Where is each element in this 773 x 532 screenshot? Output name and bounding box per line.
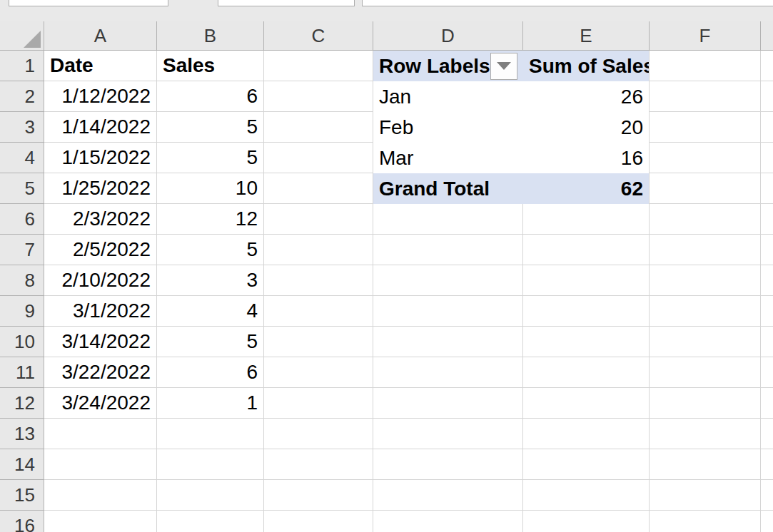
row-header-9[interactable]: 9 (0, 296, 44, 327)
cell-G8[interactable] (761, 265, 773, 296)
cell-D6[interactable] (373, 204, 523, 235)
cell-E14[interactable] (523, 449, 650, 480)
cell-D5[interactable]: Grand Total (373, 173, 523, 204)
cell-D12[interactable] (373, 388, 523, 419)
cell-E8[interactable] (523, 265, 650, 296)
cell-B15[interactable] (157, 480, 264, 511)
cell-C5[interactable] (264, 173, 373, 204)
cell-F11[interactable] (650, 357, 761, 388)
cell-A13[interactable] (44, 419, 157, 449)
row-header-12[interactable]: 12 (0, 388, 44, 419)
cell-A6[interactable]: 2/3/2022 (44, 204, 157, 235)
select-all-corner[interactable] (0, 21, 44, 51)
column-header-F[interactable]: F (650, 21, 761, 51)
column-header-E[interactable]: E (523, 21, 650, 51)
cell-E5[interactable]: 62 (523, 173, 650, 204)
cell-D1[interactable]: Row Labels (373, 51, 523, 81)
cell-G5[interactable] (761, 173, 773, 204)
row-header-10[interactable]: 10 (0, 327, 44, 357)
cell-F6[interactable] (650, 204, 761, 235)
cell-B12[interactable]: 1 (157, 388, 264, 419)
row-header-13[interactable]: 13 (0, 419, 44, 449)
cell-E3[interactable]: 20 (523, 112, 650, 143)
cell-C14[interactable] (264, 449, 373, 480)
cell-D8[interactable] (373, 265, 523, 296)
cell-E9[interactable] (523, 296, 650, 327)
cell-D7[interactable] (373, 235, 523, 265)
row-header-3[interactable]: 3 (0, 112, 44, 143)
cell-C7[interactable] (264, 235, 373, 265)
cell-C6[interactable] (264, 204, 373, 235)
cell-C10[interactable] (264, 327, 373, 357)
cell-D11[interactable] (373, 357, 523, 388)
filter-dropdown-button[interactable] (490, 53, 517, 80)
cell-F3[interactable] (650, 112, 761, 143)
row-header-5[interactable]: 5 (0, 173, 44, 204)
cell-G6[interactable] (761, 204, 773, 235)
cell-F14[interactable] (650, 449, 761, 480)
cell-B14[interactable] (157, 449, 264, 480)
cell-F12[interactable] (650, 388, 761, 419)
cell-E11[interactable] (523, 357, 650, 388)
cell-D14[interactable] (373, 449, 523, 480)
row-header-8[interactable]: 8 (0, 265, 44, 296)
cell-C13[interactable] (264, 419, 373, 449)
cell-G12[interactable] (761, 388, 773, 419)
column-header-D[interactable]: D (373, 21, 523, 51)
cell-F4[interactable] (650, 143, 761, 173)
row-header-7[interactable]: 7 (0, 235, 44, 265)
cell-D10[interactable] (373, 327, 523, 357)
column-header-partial[interactable] (761, 21, 773, 51)
cell-B5[interactable]: 10 (157, 173, 264, 204)
cell-C8[interactable] (264, 265, 373, 296)
cell-A9[interactable]: 3/1/2022 (44, 296, 157, 327)
cell-F8[interactable] (650, 265, 761, 296)
row-header-2[interactable]: 2 (0, 81, 44, 112)
row-header-16[interactable]: 16 (0, 511, 44, 532)
row-header-11[interactable]: 11 (0, 357, 44, 388)
cell-E13[interactable] (523, 419, 650, 449)
cell-E12[interactable] (523, 388, 650, 419)
cell-B11[interactable]: 6 (157, 357, 264, 388)
cell-G11[interactable] (761, 357, 773, 388)
cell-A5[interactable]: 1/25/2022 (44, 173, 157, 204)
cell-D2[interactable]: Jan (373, 81, 523, 112)
cell-B3[interactable]: 5 (157, 112, 264, 143)
cell-D13[interactable] (373, 419, 523, 449)
row-header-14[interactable]: 14 (0, 449, 44, 480)
cell-G2[interactable] (761, 81, 773, 112)
cell-B8[interactable]: 3 (157, 265, 264, 296)
cell-G10[interactable] (761, 327, 773, 357)
cell-G9[interactable] (761, 296, 773, 327)
column-header-B[interactable]: B (157, 21, 264, 51)
cell-B10[interactable]: 5 (157, 327, 264, 357)
cell-F15[interactable] (650, 480, 761, 511)
cell-C12[interactable] (264, 388, 373, 419)
cell-A4[interactable]: 1/15/2022 (44, 143, 157, 173)
cell-E6[interactable] (523, 204, 650, 235)
cell-B1[interactable]: Sales (157, 51, 264, 81)
cell-A11[interactable]: 3/22/2022 (44, 357, 157, 388)
cell-B6[interactable]: 12 (157, 204, 264, 235)
cell-A1[interactable]: Date (44, 51, 157, 81)
cell-G15[interactable] (761, 480, 773, 511)
cell-F7[interactable] (650, 235, 761, 265)
cell-A10[interactable]: 3/14/2022 (44, 327, 157, 357)
row-header-15[interactable]: 15 (0, 480, 44, 511)
cell-A15[interactable] (44, 480, 157, 511)
cell-D4[interactable]: Mar (373, 143, 523, 173)
cell-B16[interactable] (157, 511, 264, 532)
cell-A12[interactable]: 3/24/2022 (44, 388, 157, 419)
cell-F1[interactable] (650, 51, 761, 81)
cell-G3[interactable] (761, 112, 773, 143)
cell-C1[interactable] (264, 51, 373, 81)
row-header-6[interactable]: 6 (0, 204, 44, 235)
cell-A7[interactable]: 2/5/2022 (44, 235, 157, 265)
cell-G16[interactable] (761, 511, 773, 532)
cell-C9[interactable] (264, 296, 373, 327)
row-header-4[interactable]: 4 (0, 143, 44, 173)
cell-D15[interactable] (373, 480, 523, 511)
cell-G7[interactable] (761, 235, 773, 265)
cell-F10[interactable] (650, 327, 761, 357)
cell-E10[interactable] (523, 327, 650, 357)
